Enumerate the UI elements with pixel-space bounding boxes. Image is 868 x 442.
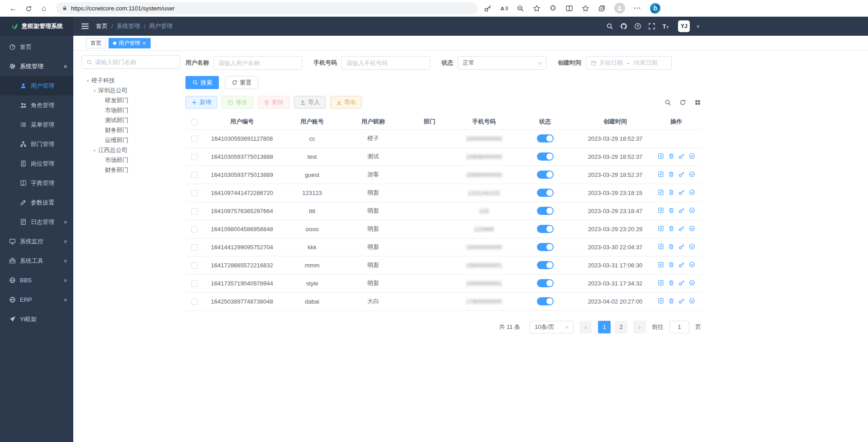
assign-role-icon[interactable] <box>689 298 695 304</box>
delete-icon[interactable] <box>668 207 674 214</box>
dept-tree-node[interactable]: ▾ 橙子科技 <box>81 76 180 86</box>
fullscreen-icon[interactable] <box>648 23 655 30</box>
status-toggle[interactable] <box>537 152 554 161</box>
edit-icon[interactable] <box>658 280 664 286</box>
page-number-button[interactable]: 2 <box>615 321 627 333</box>
dept-tree-node[interactable]: 财务部门 <box>81 125 180 135</box>
breadcrumb-item[interactable]: 用户管理 <box>149 22 172 30</box>
reset-password-icon[interactable] <box>678 153 685 159</box>
row-checkbox[interactable] <box>191 226 198 233</box>
reset-password-icon[interactable] <box>678 280 685 286</box>
reset-password-icon[interactable] <box>678 189 685 195</box>
profile-avatar[interactable] <box>614 3 625 14</box>
row-checkbox[interactable] <box>191 172 198 178</box>
select-all-checkbox[interactable] <box>191 119 198 125</box>
assign-role-icon[interactable] <box>689 189 695 195</box>
row-checkbox[interactable] <box>191 136 198 142</box>
delete-icon[interactable] <box>668 189 674 195</box>
breadcrumb-item[interactable]: 首页 <box>96 22 108 30</box>
sidebar-item[interactable]: 系统监控 ∨ <box>0 232 73 251</box>
dept-tree-node[interactable]: 测试部门 <box>81 115 180 125</box>
export-button[interactable]: 导出 <box>330 96 362 109</box>
read-aloud-icon[interactable] <box>500 5 508 12</box>
sidebar-item[interactable]: 参数设置 <box>0 193 73 212</box>
sidebar-item[interactable]: ERP ∨ <box>0 290 73 309</box>
view-tab[interactable]: 首页 × <box>86 38 106 48</box>
assign-role-icon[interactable] <box>689 153 695 159</box>
dept-tree-node[interactable]: 财务部门 <box>81 165 180 175</box>
page-size-select[interactable]: 10条/页 ∨ <box>530 321 574 333</box>
status-toggle[interactable] <box>537 189 554 197</box>
reset-password-icon[interactable] <box>678 243 685 250</box>
favorites-icon[interactable] <box>533 5 541 12</box>
delete-icon[interactable] <box>668 298 674 304</box>
user-logo[interactable]: YJ <box>678 20 690 32</box>
assign-role-icon[interactable] <box>689 207 695 214</box>
delete-icon[interactable] <box>668 280 674 286</box>
assign-role-icon[interactable] <box>689 225 695 232</box>
page-number-button[interactable]: 1 <box>598 321 611 333</box>
sidebar-item[interactable]: 系统工具 ∨ <box>0 251 73 271</box>
tab-close-icon[interactable]: × <box>142 40 146 46</box>
status-toggle[interactable] <box>537 171 554 179</box>
toggle-search-icon[interactable] <box>664 99 671 106</box>
reset-password-icon[interactable] <box>678 207 685 214</box>
collections-icon[interactable] <box>598 5 606 12</box>
favorites-bar-icon[interactable] <box>582 5 589 12</box>
dept-tree-node[interactable]: ▾ 江西总公司 <box>81 145 180 155</box>
sidebar-item[interactable]: 字典管理 <box>0 173 73 193</box>
view-tab[interactable]: 用户管理 × <box>109 38 151 48</box>
status-toggle[interactable] <box>537 279 554 287</box>
delete-icon[interactable] <box>668 171 674 177</box>
delete-icon[interactable] <box>668 261 674 268</box>
reset-password-icon[interactable] <box>678 261 685 268</box>
status-toggle[interactable] <box>537 134 554 143</box>
status-toggle[interactable] <box>537 225 554 233</box>
breadcrumb-item[interactable]: 系统管理 <box>117 22 140 30</box>
row-checkbox[interactable] <box>191 154 198 160</box>
reset-password-icon[interactable] <box>678 225 685 232</box>
edit-icon[interactable] <box>658 189 664 195</box>
edit-icon[interactable] <box>658 261 664 268</box>
row-checkbox[interactable] <box>191 190 198 196</box>
sidebar-item[interactable]: 日志管理 ∨ <box>0 212 73 232</box>
sidebar-item[interactable]: 部门管理 <box>0 134 73 154</box>
sidebar-item[interactable]: 系统管理 ∧ <box>0 57 73 76</box>
edit-icon[interactable] <box>658 225 664 232</box>
back-icon[interactable]: ← <box>5 0 21 17</box>
settings-menu-icon[interactable]: ··· <box>634 5 641 12</box>
assign-role-icon[interactable] <box>689 243 695 250</box>
phone-field[interactable] <box>346 60 425 67</box>
split-screen-icon[interactable] <box>565 5 573 12</box>
github-icon[interactable] <box>620 23 627 30</box>
status-toggle[interactable] <box>537 297 554 305</box>
home-icon[interactable]: ⌂ <box>36 0 52 17</box>
goto-page-input[interactable] <box>669 321 689 333</box>
status-toggle[interactable] <box>537 261 554 269</box>
phone-input[interactable] <box>342 56 430 70</box>
font-size-icon[interactable] <box>662 23 669 30</box>
column-settings-icon[interactable] <box>694 99 701 106</box>
reload-icon[interactable] <box>21 0 36 17</box>
zoom-out-icon[interactable] <box>517 5 524 12</box>
dept-search-field[interactable] <box>95 59 175 66</box>
dept-tree-node[interactable]: 运维部门 <box>81 135 180 145</box>
status-toggle[interactable] <box>537 243 554 251</box>
row-checkbox[interactable] <box>191 262 198 269</box>
dept-tree-node[interactable]: 研发部门 <box>81 95 180 105</box>
prev-page-button[interactable]: ‹ <box>579 321 592 333</box>
import-button[interactable]: 导入 <box>294 96 326 109</box>
sidebar-item[interactable]: 角色管理 <box>0 95 73 115</box>
edit-icon[interactable] <box>658 171 664 177</box>
assign-role-icon[interactable] <box>689 280 695 286</box>
dept-search-input[interactable] <box>81 55 180 69</box>
dept-tree-node[interactable]: 市场部门 <box>81 105 180 115</box>
sidebar-item[interactable]: 首页 <box>0 37 73 57</box>
reset-password-icon[interactable] <box>678 171 685 177</box>
edit-icon[interactable] <box>658 153 664 159</box>
sidebar-item[interactable]: 菜单管理 <box>0 115 73 134</box>
assign-role-icon[interactable] <box>689 261 695 268</box>
extensions-icon[interactable] <box>549 5 557 12</box>
help-icon[interactable] <box>634 23 641 30</box>
status-select[interactable]: 正常 ∨ <box>458 56 546 70</box>
